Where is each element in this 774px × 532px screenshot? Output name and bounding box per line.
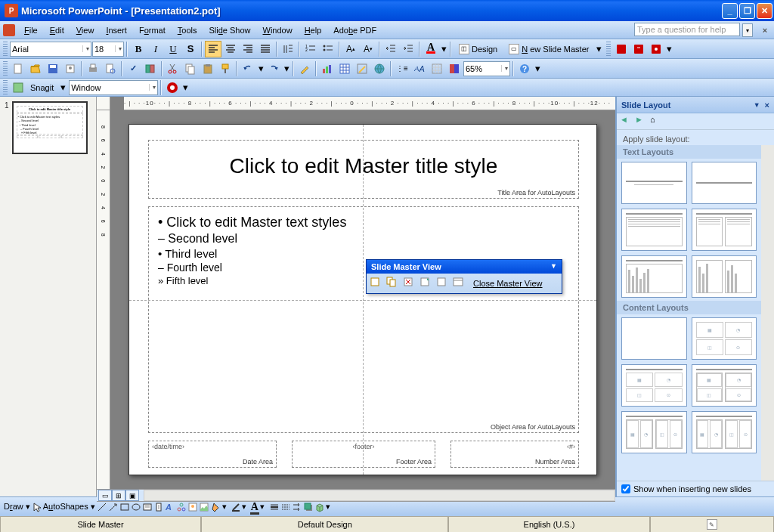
layout-title-content[interactable]: ▦◔◫⊙ xyxy=(621,364,687,407)
vertical-textbox-button[interactable] xyxy=(153,502,164,512)
taskpane-dropdown-icon[interactable]: ▼ xyxy=(754,101,760,109)
shadow-button[interactable]: S xyxy=(182,41,199,57)
fill-color-dd[interactable]: ▾ xyxy=(222,502,230,512)
vertical-ruler[interactable]: 8 6 4 2 0 2 4 6 8 xyxy=(97,110,110,489)
font-size-combo[interactable]: 18▾ xyxy=(92,42,124,57)
pdf-email-button[interactable] xyxy=(630,41,647,57)
menu-view[interactable]: View xyxy=(70,23,101,37)
status-spell[interactable]: ✎ xyxy=(650,517,774,532)
font-color-dropdown[interactable]: ▾ xyxy=(440,41,447,57)
close-button[interactable]: ✕ xyxy=(757,3,772,19)
body-placeholder[interactable]: Click to edit Master text styles Second … xyxy=(148,206,579,433)
insert-hyperlink-button[interactable] xyxy=(371,60,388,77)
draw-menu[interactable]: Draw ▾ xyxy=(4,502,30,512)
layout-title-4content[interactable]: ▦◔◫⊙ xyxy=(692,411,757,453)
font-combo[interactable]: Arial▾ xyxy=(10,42,91,57)
show-grid-button[interactable] xyxy=(429,60,445,77)
print-preview-button[interactable] xyxy=(102,60,119,77)
diagram-button[interactable] xyxy=(176,502,187,512)
close-master-view-button[interactable]: Close Master View xyxy=(469,277,547,290)
horizontal-scrollbar[interactable] xyxy=(144,490,615,501)
textbox-button[interactable] xyxy=(142,502,153,512)
spelling-button[interactable]: ✓ xyxy=(125,60,141,77)
cut-button[interactable] xyxy=(165,60,181,77)
design-button[interactable]: ◫Design xyxy=(454,41,503,57)
pdf-review-button[interactable] xyxy=(648,41,664,57)
font-color-draw-button[interactable]: A xyxy=(250,503,259,512)
undo-button[interactable] xyxy=(240,60,256,77)
taskpane-fwd-button[interactable]: ► xyxy=(635,115,649,128)
help-search-input[interactable] xyxy=(634,23,740,36)
bold-button[interactable]: B xyxy=(130,41,147,57)
menu-slideshow[interactable]: Slide Show xyxy=(203,23,256,37)
zoom-combo[interactable]: 65%▾ xyxy=(463,61,510,76)
dash-style-button[interactable] xyxy=(280,502,291,512)
layout-title-text[interactable] xyxy=(621,209,687,251)
color-grayscale-button[interactable] xyxy=(446,60,463,77)
taskpane-close-button[interactable]: × xyxy=(765,101,769,110)
menu-adobe-pdf[interactable]: Adobe PDF xyxy=(327,23,382,37)
new-slide-master-button[interactable]: ▭New Slide Master xyxy=(503,41,594,57)
line-color-button[interactable] xyxy=(231,502,241,512)
research-button[interactable] xyxy=(142,60,159,77)
help-dropdown-icon[interactable]: ▾ xyxy=(742,23,753,37)
taskpane-back-button[interactable]: ◄ xyxy=(620,115,633,128)
insert-slide-master-button[interactable] xyxy=(369,276,384,291)
document-icon[interactable] xyxy=(3,24,15,36)
redo-button[interactable] xyxy=(265,60,282,77)
font-color-draw-dd[interactable]: ▾ xyxy=(260,502,268,512)
align-center-button[interactable] xyxy=(222,41,239,57)
3d-style-button[interactable] xyxy=(314,502,325,512)
draw-overflow[interactable]: ▾ xyxy=(326,502,333,512)
bullets-button[interactable] xyxy=(320,41,336,57)
paste-button[interactable] xyxy=(200,60,216,77)
layout-vtitle-vtext[interactable] xyxy=(692,255,757,298)
show-when-inserting-checkbox[interactable] xyxy=(621,484,630,493)
numbering-button[interactable]: 12 xyxy=(302,41,319,57)
thumbnail-slide-1[interactable]: 1 Click to edit Master title style • Cli… xyxy=(5,101,91,154)
insert-table-button[interactable] xyxy=(336,60,353,77)
maximize-button[interactable]: ❐ xyxy=(739,3,755,19)
arrow-button[interactable] xyxy=(108,502,119,512)
formatting-overflow[interactable]: ▾ xyxy=(595,41,602,57)
pdf-overflow[interactable]: ▾ xyxy=(665,41,673,57)
oval-button[interactable] xyxy=(131,502,141,512)
layout-content[interactable]: ▦◔◫⊙ xyxy=(692,317,757,360)
insert-title-master-button[interactable] xyxy=(385,276,401,291)
delete-master-button[interactable] xyxy=(402,276,417,291)
layout-blank[interactable] xyxy=(621,317,687,360)
clipart-button[interactable] xyxy=(187,502,198,512)
tables-borders-button[interactable] xyxy=(354,60,370,77)
horizontal-ruler[interactable]: · · ·12· · · | · · ·10· · · | · · · 8 · … xyxy=(124,97,615,110)
taskpane-scrollbar[interactable] xyxy=(761,145,774,481)
permission-button[interactable] xyxy=(62,60,79,77)
title-placeholder[interactable]: Click to edit Master title style Title A… xyxy=(148,140,579,199)
select-objects-button[interactable] xyxy=(32,502,42,512)
text-direction-button[interactable] xyxy=(280,41,296,57)
underline-button[interactable]: U xyxy=(165,41,181,57)
snagit-overflow[interactable]: ▾ xyxy=(181,79,189,96)
menu-tools[interactable]: Tools xyxy=(172,23,203,37)
arrow-style-button[interactable] xyxy=(292,502,302,512)
menu-window[interactable]: Window xyxy=(257,23,299,37)
number-placeholder[interactable]: ‹#› Number Area xyxy=(450,441,579,468)
copy-button[interactable] xyxy=(182,60,199,77)
smv-titlebar[interactable]: Slide Master View▼ xyxy=(367,260,562,274)
align-right-button[interactable] xyxy=(240,41,256,57)
menu-format[interactable]: Format xyxy=(133,23,172,37)
increase-indent-button[interactable] xyxy=(400,41,416,57)
show-formatting-button[interactable]: AA xyxy=(411,60,428,77)
save-button[interactable] xyxy=(45,60,61,77)
minimize-button[interactable]: _ xyxy=(722,3,738,19)
date-placeholder[interactable]: ‹date/time› Date Area xyxy=(148,441,277,468)
layout-title-content-2[interactable]: ▦◔◫⊙ xyxy=(621,411,687,453)
pdf-convert-button[interactable] xyxy=(613,41,630,57)
snagit-grip[interactable] xyxy=(3,80,8,95)
fill-color-button[interactable] xyxy=(211,502,221,512)
rectangle-button[interactable] xyxy=(119,502,130,512)
std-overflow[interactable]: ▾ xyxy=(534,60,541,77)
normal-view-button[interactable]: ▭ xyxy=(98,490,112,501)
menu-insert[interactable]: Insert xyxy=(100,23,133,37)
new-button[interactable] xyxy=(10,60,26,77)
shadow-style-button[interactable] xyxy=(303,502,314,512)
